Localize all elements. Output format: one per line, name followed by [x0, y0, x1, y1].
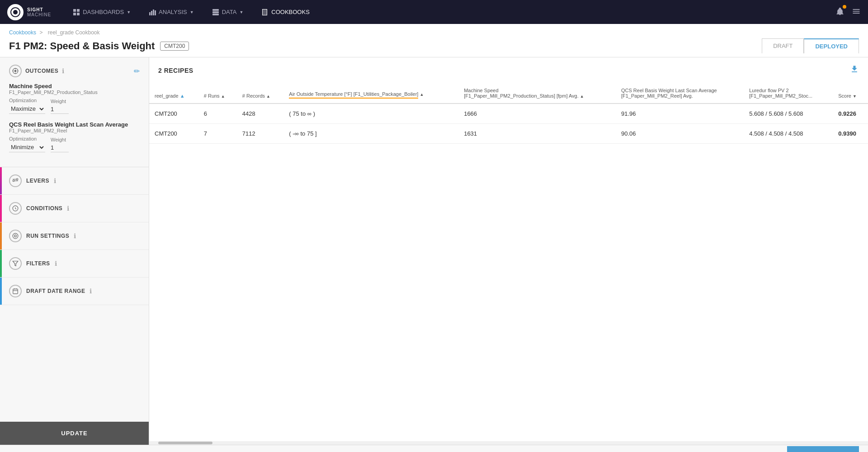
scrollbar-indicator: [149, 441, 868, 445]
data-icon: [212, 9, 219, 16]
levers-icon: [9, 174, 22, 187]
draft-date-range-info-icon[interactable]: ℹ: [90, 287, 92, 295]
run-settings-section[interactable]: RUN SETTINGS ℹ: [0, 222, 149, 250]
outcomes-header: OUTCOMES ℹ ✏: [9, 65, 140, 77]
hamburger-menu[interactable]: [852, 7, 861, 17]
svg-rect-7: [151, 11, 152, 15]
col-runs[interactable]: # Runs ▲: [198, 83, 237, 104]
outcomes-edit-icon[interactable]: ✏: [134, 67, 140, 75]
nav-data[interactable]: DATA ▼: [208, 0, 247, 24]
recipes-table-wrapper: reel_grade # Runs ▲ # Records ▲ Air Outs…: [149, 83, 868, 262]
outcome-1-name: Machine Speed: [9, 83, 140, 89]
scrollbar-thumb[interactable]: [158, 442, 212, 444]
cell-records-1: 4428: [237, 104, 283, 124]
main-layout: OUTCOMES ℹ ✏ Machine Speed F1_Paper_Mill…: [0, 57, 868, 445]
outcomes-info-icon[interactable]: ℹ: [62, 67, 64, 75]
col-machine-speed[interactable]: Machine Speed[F1_Paper_Mill_PM2_Producti…: [458, 83, 616, 104]
conditions-info-icon[interactable]: ℹ: [67, 205, 69, 212]
svg-point-24: [13, 233, 18, 239]
update-button[interactable]: UPDATE: [0, 422, 149, 445]
run-settings-info-icon[interactable]: ℹ: [74, 232, 76, 240]
sidebar: OUTCOMES ℹ ✏ Machine Speed F1_Paper_Mill…: [0, 57, 149, 445]
opt-select-1[interactable]: Maximize Minimize: [9, 104, 45, 114]
svg-point-1: [13, 10, 18, 14]
cell-luredur-2: 4.508 / 4.508 / 4.508: [744, 124, 833, 144]
draft-date-range-section[interactable]: DRAFT DATE RANGE ℹ: [0, 278, 149, 305]
cookbooks-icon: [261, 9, 269, 16]
analysis-icon: [149, 9, 156, 16]
nav-dashboards[interactable]: DASHBOARDS ▼: [69, 0, 134, 24]
opt-label-1: Optimization: [9, 98, 45, 103]
outcomes-section: OUTCOMES ℹ ✏ Machine Speed F1_Paper_Mill…: [0, 57, 149, 167]
run-settings-icon: [9, 230, 22, 242]
cell-qcs-1: 91.96: [616, 104, 744, 124]
logo[interactable]: SIGHT MACHINE: [7, 4, 51, 20]
bottom-bar: DEPLOY UNDEPLOYED CHANGES: [0, 445, 868, 452]
cell-runs-1: 6: [198, 104, 237, 124]
page-title-row: F1 PM2: Speed & Basis Weight CMT200 DRAF…: [9, 38, 859, 53]
cell-machine-speed-1: 1666: [458, 104, 616, 124]
nav-analysis[interactable]: ANALYSIS ▼: [145, 0, 198, 24]
outcome-item-2: QCS Reel Basis Weight Last Scan Average …: [9, 121, 140, 152]
table-row[interactable]: CMT200 7 7112 ( -∞ to 75 ] 1631 90.06 4.…: [149, 124, 868, 144]
breadcrumb: Cookbooks > reel_grade Cookbook: [9, 29, 859, 36]
conditions-section[interactable]: CONDITIONS ℹ: [0, 195, 149, 222]
col-air-temp[interactable]: Air Outside Temperature [°F] [F1_Utiliti…: [283, 83, 458, 104]
dashboards-icon: [73, 9, 80, 16]
deployed-tab[interactable]: DEPLOYED: [804, 38, 859, 53]
weight-input-2[interactable]: 1: [51, 143, 69, 152]
recipes-table: reel_grade # Runs ▲ # Records ▲ Air Outs…: [149, 83, 868, 144]
deploy-button[interactable]: DEPLOY UNDEPLOYED CHANGES: [787, 446, 859, 452]
cell-machine-speed-2: 1631: [458, 124, 616, 144]
filters-section[interactable]: FILTERS ℹ: [0, 250, 149, 278]
recipes-title: 2 RECIPES: [158, 67, 193, 74]
opt-select-2[interactable]: Minimize Maximize: [9, 142, 45, 152]
svg-rect-8: [153, 9, 154, 15]
outcome-2-name: QCS Reel Basis Weight Last Scan Average: [9, 121, 140, 128]
col-score[interactable]: Score ▼: [833, 83, 868, 104]
cell-runs-2: 7: [198, 124, 237, 144]
opt-label-2: Optimization: [9, 136, 45, 141]
outcome-1-meta: F1_Paper_Mill_PM2_Production_Status: [9, 89, 140, 95]
weight-label-1: Weight: [51, 99, 69, 104]
cell-air-temp-2: ( -∞ to 75 ]: [283, 124, 458, 144]
run-settings-title: RUN SETTINGS: [26, 233, 69, 239]
outcomes-title: OUTCOMES: [25, 68, 58, 74]
svg-rect-12: [212, 14, 219, 15]
levers-info-icon[interactable]: ℹ: [54, 177, 56, 184]
svg-rect-2: [73, 9, 76, 12]
levers-section[interactable]: LEVERS ℹ: [0, 167, 149, 195]
outcome-2-fields: Optimization Minimize Maximize Weight 1: [9, 136, 140, 152]
svg-marker-26: [13, 261, 18, 266]
notification-bell[interactable]: [835, 7, 844, 17]
draft-tab[interactable]: DRAFT: [762, 38, 804, 53]
cell-reel-grade-2: CMT200: [149, 124, 198, 144]
table-row[interactable]: CMT200 6 4428 ( 75 to ∞ ) 1666 91.96 5.6…: [149, 104, 868, 124]
draft-deployed-tabs: DRAFT DEPLOYED: [762, 38, 859, 53]
weight-input-1[interactable]: 1: [51, 105, 69, 114]
col-records[interactable]: # Records ▲: [237, 83, 283, 104]
download-icon[interactable]: [850, 65, 859, 76]
cell-air-temp-1: ( 75 to ∞ ): [283, 104, 458, 124]
table-header: reel_grade # Runs ▲ # Records ▲ Air Outs…: [149, 83, 868, 104]
svg-rect-11: [212, 11, 219, 13]
outcome-1-fields: Optimization Maximize Minimize Weight 1: [9, 98, 140, 114]
col-reel-grade[interactable]: reel_grade: [149, 83, 198, 104]
recipes-header: 2 RECIPES: [149, 57, 868, 83]
col-qcs-reel[interactable]: QCS Reel Basis Weight Last Scan Average[…: [616, 83, 744, 104]
breadcrumb-parent[interactable]: Cookbooks: [9, 29, 36, 36]
logo-icon: [7, 4, 24, 20]
filters-info-icon[interactable]: ℹ: [55, 260, 57, 267]
outcome-2-meta: F1_Paper_Mill_PM2_Reel: [9, 128, 140, 133]
tag-badge: CMT200: [160, 42, 189, 51]
outcomes-icon: [9, 65, 22, 77]
filters-icon: [9, 257, 22, 270]
col-luredur[interactable]: Luredur flow PV 2[F1_Paper_Mill_PM2_Stoc…: [744, 83, 833, 104]
page-header: Cookbooks > reel_grade Cookbook F1 PM2: …: [0, 24, 868, 57]
svg-rect-3: [77, 9, 80, 12]
cell-luredur-1: 5.608 / 5.608 / 5.608: [744, 104, 833, 124]
update-btn-container: UPDATE: [0, 422, 149, 445]
levers-title: LEVERS: [26, 178, 49, 184]
filters-title: FILTERS: [26, 260, 50, 267]
nav-cookbooks[interactable]: COOKBOOKS: [258, 0, 313, 24]
